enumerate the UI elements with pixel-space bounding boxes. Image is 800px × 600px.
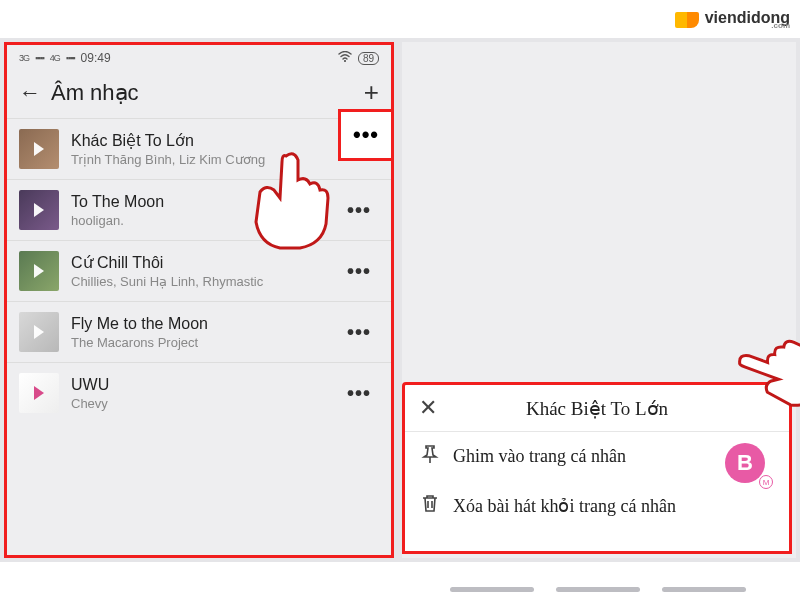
wifi-icon xyxy=(338,51,352,66)
signal-4g: 4G xyxy=(50,53,60,63)
more-button[interactable]: ••• xyxy=(339,321,379,344)
pin-icon xyxy=(419,444,441,469)
play-icon xyxy=(34,386,44,400)
play-icon xyxy=(34,142,44,156)
song-artist: The Macarons Project xyxy=(71,335,339,350)
song-title: UWU xyxy=(71,376,339,394)
clock: 09:49 xyxy=(81,51,111,65)
more-dots-icon: ••• xyxy=(353,122,379,148)
song-artist: Chevy xyxy=(71,396,339,411)
svg-point-0 xyxy=(344,60,346,62)
status-bar: 3G ▪▪▪▪ 4G ▪▪▪▪ 09:49 89 xyxy=(7,45,391,71)
trash-icon xyxy=(419,493,441,518)
song-artist: Chillies, Suni Hạ Linh, Rhymastic xyxy=(71,274,339,289)
watermark-text: viendidong .com xyxy=(705,10,790,30)
avatar-badge: B xyxy=(725,443,765,483)
pointer-hand-icon xyxy=(236,140,346,264)
song-thumbnail xyxy=(19,312,59,352)
battery-indicator: 89 xyxy=(358,52,379,65)
signal-3g: 3G xyxy=(19,53,29,63)
back-button[interactable]: ← xyxy=(19,80,41,106)
song-thumbnail xyxy=(19,251,59,291)
page-header: ← Âm nhạc + xyxy=(7,71,391,118)
more-menu-highlight[interactable]: ••• xyxy=(338,109,394,161)
signal-bars-icon: ▪▪▪▪ xyxy=(35,53,44,63)
avatar-badge-sub: M xyxy=(759,475,773,489)
brand-icon xyxy=(675,8,699,32)
nav-indicator xyxy=(450,587,534,592)
song-thumbnail xyxy=(19,190,59,230)
watermark-logo: viendidong .com xyxy=(675,8,790,32)
nav-indicator xyxy=(662,587,746,592)
pointer-hand-icon-2 xyxy=(734,322,800,426)
song-title: Fly Me to the Moon xyxy=(71,315,339,333)
song-thumbnail xyxy=(19,373,59,413)
delete-song-item[interactable]: Xóa bài hát khỏi trang cá nhân xyxy=(405,481,789,530)
play-icon xyxy=(34,203,44,217)
list-item[interactable]: UWU Chevy ••• xyxy=(7,362,391,423)
play-icon xyxy=(34,325,44,339)
delete-label: Xóa bài hát khỏi trang cá nhân xyxy=(453,495,676,517)
nav-indicator xyxy=(556,587,640,592)
list-item[interactable]: Fly Me to the Moon The Macarons Project … xyxy=(7,301,391,362)
sheet-title: Khác Biệt To Lớn xyxy=(445,397,775,420)
add-button[interactable]: + xyxy=(364,77,379,108)
play-icon xyxy=(34,264,44,278)
brand-sub: .com xyxy=(771,22,790,30)
tutorial-canvas: 3G ▪▪▪▪ 4G ▪▪▪▪ 09:49 89 ← Âm nhạc + xyxy=(0,38,800,562)
more-button[interactable]: ••• xyxy=(339,382,379,405)
pin-label: Ghim vào trang cá nhân xyxy=(453,446,626,467)
phone-screen-left: 3G ▪▪▪▪ 4G ▪▪▪▪ 09:49 89 ← Âm nhạc + xyxy=(4,42,394,558)
song-thumbnail xyxy=(19,129,59,169)
page-title: Âm nhạc xyxy=(51,80,364,106)
signal-bars-icon-2: ▪▪▪▪ xyxy=(66,53,75,63)
close-button[interactable]: ✕ xyxy=(419,395,445,421)
